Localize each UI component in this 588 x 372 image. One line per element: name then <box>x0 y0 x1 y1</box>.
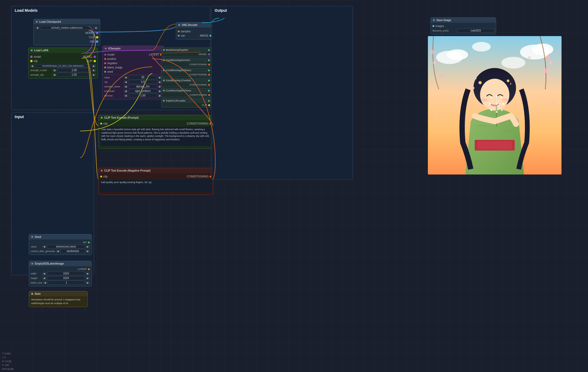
ks-latent-in[interactable] <box>104 67 106 68</box>
node-lora-title: Load LoRA <box>29 48 98 53</box>
lora-model-out[interactable] <box>94 56 96 58</box>
input-title: Input <box>11 113 94 121</box>
vae-out-port[interactable] <box>96 40 98 43</box>
svg-point-6 <box>501 57 525 69</box>
node-save-image: Save Image images filename_prefix cuteSD… <box>431 17 496 34</box>
svg-point-49 <box>549 61 552 65</box>
b-right[interactable]: ▶ <box>86 281 90 284</box>
clip-port-label: CLIP <box>89 36 98 39</box>
seed-value: 899383236118836 <box>47 245 85 249</box>
ks-model-in[interactable] <box>104 54 106 56</box>
status-n: N: 10 [0] <box>2 359 14 363</box>
ms-out[interactable] <box>208 53 210 55</box>
steps-label: steps <box>104 76 123 79</box>
clip-pos-title: CLIP Text Encode (Prompt) <box>99 115 213 120</box>
sm-right-arrow[interactable]: ▶ <box>92 69 96 72</box>
cfg-left[interactable]: ◀ <box>124 80 128 84</box>
clip-neg-textarea[interactable]: bad quality, poor quality,missing finger… <box>100 180 211 192</box>
ckpt-name-row: ◀ SD3sd3_medium.safetensors ▶ <box>35 26 98 30</box>
model-out-port[interactable] <box>96 32 98 34</box>
node-ksampler-title: KSampler <box>103 46 164 51</box>
lora-right-arrow[interactable]: ▶ <box>92 64 96 68</box>
cc-out[interactable] <box>208 84 210 86</box>
lora-clip-out[interactable] <box>94 60 96 62</box>
latent-dot <box>31 263 33 265</box>
svg-point-47 <box>473 87 474 88</box>
lora-model-row: model MODEL <box>30 55 96 59</box>
node-load-checkpoint: Load Checkpoint ◀ SD3sd3_medium.safetens… <box>33 19 100 45</box>
czo-out[interactable] <box>208 64 210 65</box>
ks-positive-in[interactable] <box>104 58 106 60</box>
ctrl-right[interactable]: ▶ <box>86 250 90 253</box>
tcl-out[interactable] <box>208 104 210 106</box>
sc-right-arrow[interactable]: ▶ <box>92 73 96 76</box>
height-value: 1024 <box>47 276 85 280</box>
seed-val-left[interactable]: ◀ <box>42 245 46 248</box>
w-right[interactable]: ▶ <box>86 272 90 275</box>
ksampler-dot <box>105 48 107 49</box>
filename-label: filename_prefix <box>432 29 457 32</box>
cn-dot <box>101 170 103 172</box>
sm-left-arrow[interactable]: ◀ <box>52 69 56 72</box>
svg-point-43 <box>479 82 481 83</box>
cp-clip-in[interactable] <box>100 123 102 125</box>
width-value: 1024 <box>47 272 85 276</box>
ks-seed-in[interactable] <box>104 71 106 73</box>
lora-clip-row: clip CLIP <box>30 59 96 63</box>
cp-dot <box>101 117 103 119</box>
clip-out-port[interactable] <box>96 36 98 38</box>
sampler-value: dpmpp_2m <box>129 84 157 88</box>
node-vae-title: VAE Decode <box>176 22 213 28</box>
svg-point-31 <box>501 96 503 98</box>
node-vae-decode: VAE Decode samples vae IMAGE <box>176 22 213 40</box>
seed-out[interactable] <box>88 242 90 243</box>
seed-val-right[interactable]: ▶ <box>86 245 90 248</box>
lora-clip-in[interactable] <box>30 60 33 62</box>
status-i: I: 0 <box>2 355 14 359</box>
vae-samples-in[interactable] <box>178 30 180 32</box>
vae-vae-in[interactable] <box>178 35 180 37</box>
clip-pos-textarea[interactable]: cute style,A beautiful anime-style girl … <box>100 127 211 146</box>
node-clip-positive: CLIP Text Encode (Prompt) clip CONDITION… <box>98 115 213 149</box>
w-left[interactable]: ◀ <box>42 272 46 275</box>
b-left[interactable]: ◀ <box>43 281 47 284</box>
latent-title: EmptySD3LatentImage <box>29 261 91 266</box>
lora-ports: model MODEL clip CLIP <box>29 54 98 64</box>
ks-negative-in[interactable] <box>104 62 106 64</box>
svg-point-18 <box>502 98 509 102</box>
cst1-out[interactable] <box>208 74 210 76</box>
ckpt-right-arrow[interactable]: ▶ <box>94 26 98 29</box>
vae-ports: samples vae IMAGE <box>176 29 213 38</box>
ckpt-name-value: SD3sd3_medium.safetensors <box>40 26 94 30</box>
cn-clip-in[interactable] <box>100 176 102 177</box>
steps-left[interactable]: ◀ <box>124 76 128 79</box>
cst2-out[interactable] <box>208 94 210 96</box>
h-right[interactable]: ▶ <box>86 277 90 280</box>
scheduler-label: scheduler <box>104 90 123 92</box>
strength-clip-label: strength_clip <box>30 73 52 76</box>
conditioning-group: ModelSamplingSD3 ▶ MODEL ConditioningZer… <box>161 48 212 108</box>
latent-out[interactable] <box>88 268 90 270</box>
lora-model-in[interactable] <box>30 56 33 58</box>
checkpoint-dot <box>36 21 38 23</box>
scheduler-left[interactable]: ◀ <box>124 90 128 93</box>
vae-body: samples vae IMAGE <box>176 28 213 39</box>
si-images-in[interactable] <box>432 25 434 27</box>
denoise-left[interactable]: ◀ <box>124 94 128 97</box>
sampler-left[interactable]: ◀ <box>124 85 128 88</box>
svg-point-2 <box>447 49 468 60</box>
lora-left-arrow[interactable]: ◀ <box>30 64 34 68</box>
status-time: T: 0.00s <box>2 352 14 355</box>
control-value: randomize <box>61 249 85 253</box>
ksampler-ports: model LATENT positive <box>103 52 164 74</box>
h-left[interactable]: ◀ <box>42 277 46 280</box>
seed-value-row: value ◀ 899383236118836 ▶ <box>31 245 90 249</box>
ckpt-left-arrow[interactable]: ◀ <box>35 26 39 29</box>
node-triple-clip: TripleCLIPLoader ▶ CLIP <box>161 98 212 107</box>
filename-row: filename_prefix cuteSD3 <box>432 29 494 33</box>
ctrl-left[interactable]: ◀ <box>56 250 60 253</box>
node-cond-times-2: ConditioningSetTimes ▶ CONDITIONING <box>161 88 212 97</box>
sc-left-arrow[interactable]: ◀ <box>52 73 56 76</box>
filename-value: cuteSD3 <box>457 29 494 33</box>
denoise-label: denoise <box>104 94 123 97</box>
